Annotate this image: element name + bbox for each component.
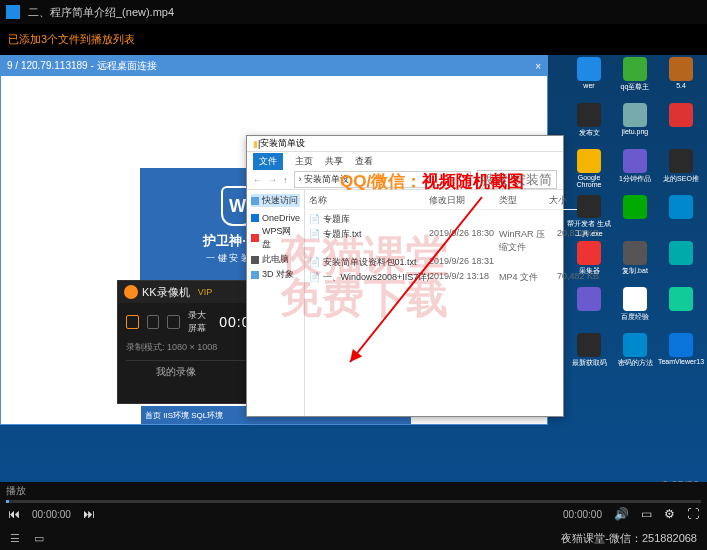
- duration: 00:00:00: [563, 509, 602, 520]
- sidebar-onedrive[interactable]: OneDrive: [251, 213, 300, 223]
- contact-text: 夜猫课堂-微信：251882068: [561, 531, 697, 546]
- cube-icon: [251, 271, 259, 279]
- file-explorer-window: ▮ | 安装简单设 文件 主页 共享 查看 ← → ↑ › 安装简单设: [246, 135, 564, 417]
- col-date[interactable]: 修改日期: [429, 194, 499, 207]
- player-bar: 播放 ⏮ 00:00:00 ⏭ 00:00:00 🔊 ▭ ⚙ ⛶: [0, 482, 707, 526]
- mode-label: 录大屏幕: [188, 309, 212, 335]
- star-icon: [251, 197, 259, 205]
- desktop-icon[interactable]: [659, 103, 703, 147]
- sidebar-thispc[interactable]: 此电脑: [251, 253, 300, 266]
- desktop-icon[interactable]: 1分钟作品: [613, 149, 657, 193]
- remote-window-title: 9 / 120.79.113189 - 远程桌面连接: [7, 59, 157, 73]
- back-icon[interactable]: ←: [253, 175, 262, 185]
- table-row[interactable]: 📄 安装简单设资料包01.txt2019/9/26 18:313 KB: [309, 255, 599, 270]
- desktop-icons-area: werqq至尊主5.4发布文jietu.pngGoogle Chrome1分钟作…: [565, 55, 707, 495]
- search-input[interactable]: [477, 170, 557, 189]
- titlebar: 二、程序简单介绍_(new).mp4: [0, 0, 707, 24]
- close-icon[interactable]: ×: [535, 61, 541, 72]
- vip-badge: VIP: [198, 287, 213, 297]
- resolution-label: 录制模式: 1080 × 1008: [126, 341, 217, 354]
- desktop-screenshot: 9 / 120.79.113189 - 远程桌面连接 × 主机系统 首页 IIS…: [0, 55, 707, 495]
- ribbon-home[interactable]: 主页: [295, 155, 313, 168]
- app-icon: [6, 5, 20, 19]
- quick-access[interactable]: 快速访问: [251, 194, 300, 207]
- remote-window-header: 9 / 120.79.113189 - 远程桌面连接 ×: [1, 56, 547, 76]
- up-icon[interactable]: ↑: [283, 175, 288, 185]
- desktop-icon[interactable]: 密码的方法: [613, 333, 657, 377]
- fullscreen-mode-icon[interactable]: [126, 315, 139, 329]
- desktop-icon[interactable]: 5.4: [659, 57, 703, 101]
- settings-icon[interactable]: ⚙: [664, 507, 675, 521]
- pc-icon: [251, 256, 259, 264]
- sidebar-wps[interactable]: WPS网盘: [251, 225, 300, 251]
- next-button[interactable]: ⏭: [83, 507, 95, 521]
- kk-tab-recordings[interactable]: 我的录像: [156, 365, 196, 379]
- current-time: 00:00:00: [32, 509, 71, 520]
- notification-text: 已添加3个文件到播放列表: [0, 24, 707, 55]
- explorer-title: 安装简单设: [260, 137, 305, 150]
- playlist-icon[interactable]: ☰: [10, 532, 20, 545]
- desktop-icon[interactable]: 龙的SEO推: [659, 149, 703, 193]
- desktop-icon[interactable]: [659, 287, 703, 331]
- volume-icon[interactable]: 🔊: [614, 507, 629, 521]
- table-row[interactable]: 📄 专题库: [309, 212, 599, 227]
- desktop-icon[interactable]: [567, 287, 611, 331]
- desktop-icon[interactable]: 帮开发者 生成工具.exe: [567, 195, 611, 239]
- desktop-icon[interactable]: [659, 241, 703, 285]
- ribbon-file[interactable]: 文件: [253, 153, 283, 170]
- subtitle-icon[interactable]: ▭: [641, 507, 652, 521]
- game-mode-icon[interactable]: [167, 315, 180, 329]
- ribbon-share[interactable]: 共享: [325, 155, 343, 168]
- col-name[interactable]: 名称: [309, 194, 429, 207]
- explorer-sidebar: 快速访问 OneDrive WPS网盘 此电脑 3D 对象: [247, 190, 305, 416]
- wps-icon: [251, 234, 259, 242]
- kk-title: KK录像机: [142, 285, 190, 300]
- desktop-icon[interactable]: 百度经验: [613, 287, 657, 331]
- player-status: 播放: [0, 482, 707, 500]
- sidebar-3d[interactable]: 3D 对象: [251, 268, 300, 281]
- status-bar: ☰ ▭ 夜猫课堂-微信：251882068: [0, 526, 707, 550]
- fullscreen-icon[interactable]: ⛶: [687, 507, 699, 521]
- desktop-icon[interactable]: Google Chrome: [567, 149, 611, 193]
- col-type[interactable]: 类型: [499, 194, 549, 207]
- cloud-icon: [251, 214, 259, 222]
- kk-logo-icon: [124, 285, 138, 299]
- table-row[interactable]: 📄 专题库.txt2019/9/26 18:30WinRAR 压缩文件20,83…: [309, 227, 599, 255]
- desktop-icon[interactable]: wer: [567, 57, 611, 101]
- desktop-icon[interactable]: [613, 195, 657, 239]
- forward-icon[interactable]: →: [268, 175, 277, 185]
- desktop-icon[interactable]: 采集器: [567, 241, 611, 285]
- desktop-icon[interactable]: 复制.bat: [613, 241, 657, 285]
- desktop-icon[interactable]: TeamViewer13: [659, 333, 703, 377]
- window-title: 二、程序简单介绍_(new).mp4: [28, 5, 174, 20]
- desktop-icon[interactable]: jietu.png: [613, 103, 657, 147]
- ribbon-view[interactable]: 查看: [355, 155, 373, 168]
- desktop-icon[interactable]: 发布文: [567, 103, 611, 147]
- desktop-icon[interactable]: 最新获取码: [567, 333, 611, 377]
- desktop-icon[interactable]: qq至尊主: [613, 57, 657, 101]
- prev-button[interactable]: ⏮: [8, 507, 20, 521]
- folder-icon[interactable]: ▭: [34, 532, 44, 545]
- explorer-file-list: 名称 修改日期 类型 大小 📄 专题库📄 专题库.txt2019/9/26 18…: [305, 190, 603, 416]
- progress-bar[interactable]: [6, 500, 701, 503]
- desktop-icon[interactable]: [659, 195, 703, 239]
- address-bar[interactable]: › 安装简单设: [294, 171, 472, 188]
- video-area: 9 / 120.79.113189 - 远程桌面连接 × 主机系统 首页 IIS…: [0, 55, 707, 495]
- table-row[interactable]: 📄 一、Windows2008+IIS7详解所有部署2019/9/2 13:18…: [309, 270, 599, 285]
- region-mode-icon[interactable]: [147, 315, 160, 329]
